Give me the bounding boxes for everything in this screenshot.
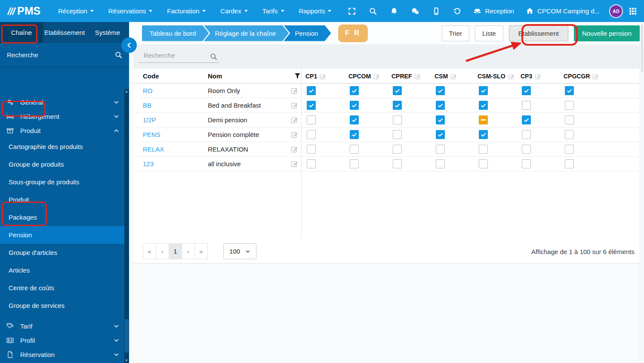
sidebar-group-produit[interactable]: Produit [0, 124, 124, 138]
checkbox-bb-cpref[interactable] [393, 101, 402, 110]
checkbox-relax-cpref[interactable] [393, 145, 402, 154]
checkbox-1-2p-cp1[interactable] [307, 115, 316, 124]
code-link[interactable]: RELAX [143, 142, 164, 157]
checkbox-123-cpref[interactable] [393, 159, 402, 168]
sidebar-group-reservation[interactable]: Réservation [0, 347, 124, 362]
checkbox-bb-cp3[interactable] [522, 101, 531, 110]
menu-cardex[interactable]: Cardex [213, 0, 255, 22]
breadcrumb-pension[interactable]: Pension [283, 25, 331, 41]
checkbox-1-2p-cpgcgr[interactable] [565, 115, 574, 124]
code-link[interactable]: RO [143, 84, 153, 98]
pagination-next[interactable]: › [182, 243, 195, 259]
sidebar-group-general[interactable]: Général [0, 95, 124, 109]
checkbox-bb-cpgcgr[interactable] [565, 101, 574, 110]
sidebar-search-input[interactable] [7, 51, 115, 59]
chat-icon[interactable] [404, 7, 425, 15]
checkbox-123-csm[interactable] [436, 159, 445, 168]
sidebar-item-cartographie-des-produits[interactable]: Cartographie des produits [0, 138, 124, 155]
language-badge[interactable]: F R [338, 25, 368, 42]
sidebar-item-sous-groupe-de-produits[interactable]: Sous-groupe de produits [0, 173, 124, 191]
scroll-up-icon[interactable] [125, 90, 128, 93]
checkbox-bb-cp1[interactable] [307, 101, 316, 110]
edit-column-cpgcgr-icon[interactable] [592, 73, 599, 80]
edit-column-cpcom-icon[interactable] [373, 73, 380, 80]
edit-column-csm-slo-icon[interactable] [508, 73, 515, 80]
sidebar-collapse-button[interactable] [121, 37, 137, 53]
apps-grid-icon[interactable] [629, 7, 637, 15]
checkbox-relax-cpgcgr[interactable] [565, 145, 574, 154]
checkbox-pens-cpref[interactable] [393, 130, 402, 139]
app-logo[interactable]: PMS [0, 5, 40, 17]
pagination-page-1[interactable]: 1 [169, 243, 182, 259]
property-selector[interactable]: CPCOM Camping d... [520, 7, 606, 15]
etablissement-button[interactable]: Etablissement [509, 25, 568, 41]
checkbox-1-2p-cpcom[interactable] [350, 115, 359, 124]
edit-row-icon[interactable] [291, 146, 298, 153]
sidebar-item-produit[interactable]: Produit [0, 191, 124, 208]
tab-systeme[interactable]: Système [86, 22, 129, 43]
checkbox-pens-cpcom[interactable] [350, 130, 359, 139]
filter-icon[interactable] [294, 73, 301, 79]
edit-row-icon[interactable] [291, 87, 298, 94]
scroll-down-icon[interactable] [125, 360, 128, 362]
checkbox-pens-cp1[interactable] [307, 130, 316, 139]
mobile-icon[interactable] [425, 7, 447, 15]
search-icon[interactable] [362, 7, 383, 15]
pagination-first[interactable]: « [143, 243, 156, 259]
breadcrumb-tableau-de-bord[interactable]: Tableau de bord [142, 25, 209, 41]
bell-icon[interactable] [383, 7, 404, 15]
sidebar-group-hebergement[interactable]: Hébergement [0, 109, 124, 124]
history-icon[interactable] [447, 7, 468, 15]
menu-reservations[interactable]: Réservations [101, 0, 160, 22]
search-icon[interactable] [210, 53, 217, 60]
tab-etablissement[interactable]: Etablissement [43, 22, 86, 43]
checkbox-123-csm-slo[interactable] [479, 159, 488, 168]
checkbox-ro-cp1[interactable] [307, 86, 316, 95]
checkbox-bb-cpcom[interactable] [350, 101, 359, 110]
edit-column-csm-icon[interactable] [450, 73, 457, 80]
checkbox-123-cpgcgr[interactable] [565, 159, 574, 168]
checkbox-pens-cp3[interactable] [522, 130, 531, 139]
pagination-last[interactable]: » [194, 243, 208, 259]
sidebar-item-pension[interactable]: Pension [0, 226, 124, 244]
menu-facturation[interactable]: Facturation [160, 0, 213, 22]
checkbox-ro-csm[interactable] [436, 86, 445, 95]
tab-chaine[interactable]: Chaîne [0, 22, 43, 43]
checkbox-ro-cpgcgr[interactable] [565, 86, 574, 95]
checkbox-1-2p-csm[interactable] [436, 115, 445, 124]
menu-tarifs[interactable]: Tarifs [255, 0, 292, 22]
reception-shift-button[interactable]: Reception [468, 7, 520, 15]
page-scrollbar[interactable] [640, 22, 644, 363]
checkbox-pens-cpgcgr[interactable] [565, 130, 574, 139]
menu-rapports[interactable]: Rapports [292, 0, 339, 22]
code-link[interactable]: PENS [143, 127, 160, 142]
checkbox-relax-cp3[interactable] [522, 145, 531, 154]
edit-row-icon[interactable] [291, 160, 298, 168]
checkbox-ro-csm-slo[interactable] [479, 86, 488, 95]
code-link[interactable]: 1/2P [143, 113, 156, 127]
edit-row-icon[interactable] [291, 131, 298, 138]
checkbox-pens-csm-slo[interactable] [479, 130, 488, 139]
checkbox-relax-cp1[interactable] [307, 145, 316, 154]
sidebar-item-groupe-d-articles[interactable]: Groupe d'articles [0, 244, 124, 261]
edit-column-cp1-icon[interactable] [320, 73, 326, 80]
checkbox-relax-csm-slo[interactable] [479, 145, 488, 154]
checkbox-bb-csm-slo[interactable] [479, 101, 488, 110]
edit-row-icon[interactable] [291, 102, 298, 109]
checkbox-ro-cpcom[interactable] [350, 86, 359, 95]
scrollbar-thumb[interactable] [125, 319, 129, 353]
sidebar-item-centre-de-couts[interactable]: Centre de coûts [0, 279, 124, 297]
checkbox-ro-cpref[interactable] [393, 86, 402, 95]
checkbox-pens-csm[interactable] [436, 130, 445, 139]
code-link[interactable]: BB [143, 98, 151, 113]
sidebar-item-groupe-de-produits[interactable]: Groupe de produits [0, 155, 124, 173]
table-search-input[interactable] [139, 50, 219, 63]
liste-button[interactable]: Liste [475, 25, 503, 41]
checkbox-1-2p-csm-slo[interactable] [479, 115, 488, 124]
edit-row-icon[interactable] [291, 116, 298, 124]
menu-reception[interactable]: Réception [51, 0, 101, 22]
user-avatar[interactable]: AD [610, 5, 622, 17]
nouvelle-pension-button[interactable]: Nouvelle pension [574, 25, 640, 41]
search-icon[interactable] [115, 51, 122, 59]
edit-column-cpref-icon[interactable] [414, 73, 421, 80]
